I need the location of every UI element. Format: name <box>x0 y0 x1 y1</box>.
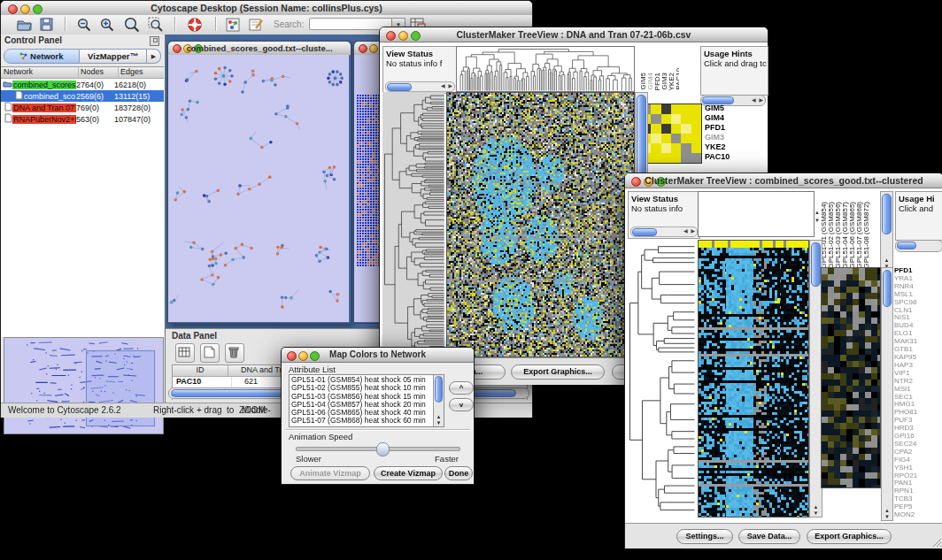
tab-vizmapper[interactable]: VizMapper™ <box>80 49 147 64</box>
move-down-button[interactable]: v <box>449 398 474 411</box>
data-panel-title: Data Panel <box>172 331 217 341</box>
network-view-canvas[interactable] <box>168 55 349 322</box>
tv1-zoom-matrix[interactable] <box>640 104 702 164</box>
matrix-cell <box>681 104 691 114</box>
help-lifesaver-icon[interactable] <box>187 17 203 33</box>
attribute-list[interactable]: GPL51-01 (GSM854) heat shock 05 minGPL51… <box>289 374 444 427</box>
file-icon <box>1 90 23 102</box>
network-list-row[interactable]: DNA and Tran 07769(0)183728(0) <box>1 102 164 113</box>
matrix-cell <box>691 124 701 134</box>
main-titlebar[interactable]: Cytoscape Desktop (Session Name: collins… <box>1 1 532 16</box>
tv2-labels-vscrollbar[interactable]: ▲▼ <box>880 191 893 271</box>
network-list-row[interactable]: combined_sco2569(6)13112(15) <box>1 90 164 102</box>
float-panel-icon[interactable] <box>150 36 159 46</box>
tv1-usage-hints-panel: Usage Hints Click and drag tc <box>700 46 768 96</box>
tv2-heatmap-canvas[interactable] <box>698 240 809 518</box>
tv1-row-dendrogram-canvas[interactable] <box>382 92 444 356</box>
tv2-zoom-heatmap-canvas[interactable] <box>821 267 881 488</box>
export-graphics-button[interactable]: Export Graphics... <box>807 529 892 544</box>
toolbar-separator <box>174 17 175 31</box>
save-data-button[interactable]: Save Data... <box>738 529 800 544</box>
matrix-cell <box>681 143 691 153</box>
column-header-id[interactable]: ID <box>173 365 228 377</box>
settings-button[interactable]: Settings... <box>676 529 733 544</box>
attribute-list-vscrollbar[interactable]: ▲▼ <box>433 375 444 426</box>
vizmap-icon[interactable] <box>226 18 240 32</box>
column-label: GPL51-06 (GSM865) <box>849 202 855 269</box>
network-overview-canvas[interactable] <box>4 337 164 434</box>
resize-grip[interactable] <box>931 537 942 548</box>
tab-overflow-arrow[interactable]: ▶ <box>147 49 161 64</box>
column-label: GIM3 <box>661 73 668 90</box>
open-file-icon[interactable] <box>17 18 32 31</box>
delete-attribute-trash-icon[interactable] <box>225 343 244 363</box>
gene-label: PAC10 <box>705 152 730 162</box>
matrix-cell <box>691 153 701 163</box>
column-header-nodes[interactable]: Nodes <box>79 67 119 78</box>
save-icon[interactable] <box>40 18 53 31</box>
annotation-icon[interactable] <box>249 18 264 32</box>
zoom-fit-icon[interactable] <box>124 17 141 33</box>
tv2-status-hscrollbar[interactable]: ◀ ▶ <box>630 226 698 237</box>
network-list-row[interactable]: RNAPuberNov2+I563(0)107847(0) <box>1 113 164 125</box>
matrix-cell <box>651 143 660 153</box>
map-colors-dialog: Map Colors to Network Attribute List GPL… <box>281 347 475 485</box>
table-mode-button[interactable] <box>175 343 195 363</box>
faster-label: Faster <box>435 454 459 464</box>
tv1-column-dendrogram-canvas[interactable] <box>456 46 635 92</box>
minimize-icon[interactable] <box>369 44 378 53</box>
network-name: combined_scores <box>12 81 76 89</box>
network-frame-1-titlebar[interactable]: combined_scores_good.txt--cluste... <box>168 42 351 56</box>
zoom-selected-icon[interactable] <box>148 17 165 33</box>
column-header-edges[interactable]: Edges <box>119 67 164 78</box>
tv1-status-hscrollbar[interactable]: ◀ ▶ <box>385 81 455 92</box>
network-edges-count: 107847(0) <box>114 115 164 124</box>
treeview2-titlebar[interactable]: ClusterMaker TreeView : combined_scores_… <box>625 173 942 188</box>
matrix-cell <box>681 114 691 124</box>
matrix-cell <box>651 124 660 134</box>
toolbar-separator <box>215 17 216 31</box>
tv2-label-arrows[interactable]: ▲▼ <box>814 209 821 225</box>
network-list-row[interactable]: combined_scores2764(0)16218(0) <box>1 79 164 90</box>
animate-vizmap-button[interactable]: Animate Vizmap <box>290 466 370 480</box>
column-label: GIM4 <box>647 73 653 90</box>
treeview1-title: ClusterMaker TreeView : DNA and Tran 07-… <box>380 29 768 40</box>
matrix-cell <box>661 134 671 143</box>
tv2-gene-list: PFD1YRA1RNR4MSL1SPC98CLN1NIS1BUD4ELG1MAK… <box>894 267 917 519</box>
tv1-heatmap-canvas[interactable] <box>446 92 635 357</box>
slider-thumb[interactable] <box>376 442 390 456</box>
tv2-usage-hscrollbar[interactable] <box>895 240 942 252</box>
close-icon[interactable] <box>359 44 367 53</box>
tv1-column-labels: GIM5GIM4PFD1GIM3YKE2PAC10 <box>640 46 679 90</box>
tv1-gene-list: GIM5GIM4PFD1GIM3YKE2PAC10 <box>705 104 730 162</box>
matrix-cell <box>681 124 691 134</box>
gene-label: GIM3 <box>705 133 730 142</box>
treeview1-titlebar[interactable]: ClusterMaker TreeView : DNA and Tran 07-… <box>380 27 768 42</box>
tab-network[interactable]: Network <box>4 49 80 64</box>
create-vizmap-button[interactable]: Create Vizmap <box>374 466 443 480</box>
new-attribute-button[interactable] <box>200 343 220 363</box>
matrix-cell <box>661 104 671 114</box>
column-header-network[interactable]: Network <box>1 67 79 78</box>
search-label: Search: <box>274 19 304 29</box>
dialog-titlebar[interactable]: Map Colors to Network <box>282 348 474 363</box>
zoom-in-icon[interactable] <box>100 18 115 32</box>
network-nodes-count: 769(0) <box>76 104 114 112</box>
status-pan-hint: Middle- <box>242 405 271 415</box>
done-button[interactable]: Done <box>444 466 473 480</box>
tv1-view-status-panel: View Status No status info f ◀ ▶ <box>382 46 458 94</box>
move-up-button[interactable]: ^ <box>449 381 474 395</box>
zoom-out-icon[interactable] <box>77 18 92 32</box>
matrix-cell <box>691 114 701 124</box>
animation-speed-slider[interactable] <box>296 447 460 451</box>
attribute-list-item[interactable]: GPL51-07 (GSM868) heat shock 60 min <box>291 417 433 425</box>
column-label: GPL51-07 (GSM868) <box>856 202 862 269</box>
tv2-gene-vscrollbar[interactable]: ▲▼ <box>881 267 893 521</box>
treeview2-title: ClusterMaker TreeView : combined_scores_… <box>625 175 942 186</box>
network-frame-1-title: combined_scores_good.txt--cluste... <box>168 43 351 53</box>
tv2-row-dendrogram-canvas[interactable] <box>628 240 696 516</box>
tv2-usage-hints-panel: Usage Hi Click and <box>895 191 942 241</box>
matrix-cell <box>661 143 671 153</box>
matrix-cell <box>681 134 691 143</box>
export-graphics-button[interactable]: Export Graphics... <box>511 364 605 380</box>
